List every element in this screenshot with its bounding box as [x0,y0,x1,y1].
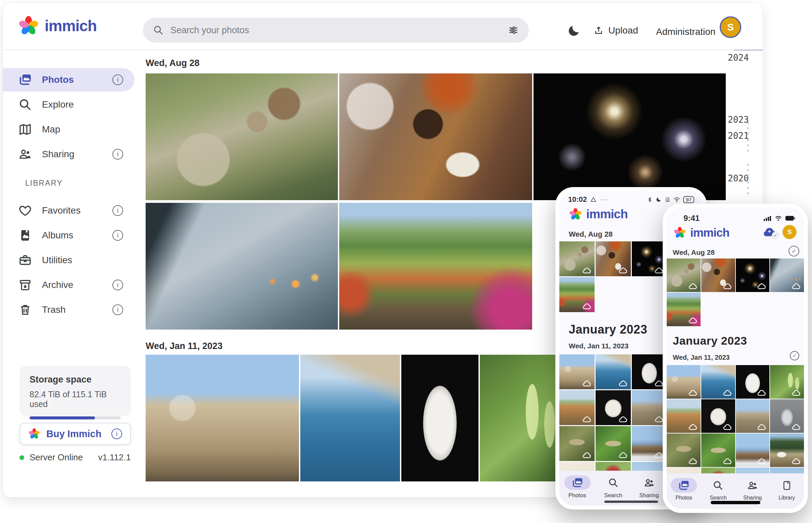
photo-monkeys[interactable] [559,241,594,276]
photo-dinner[interactable] [701,258,735,292]
timeline-year[interactable]: 2024 [728,53,749,63]
photo-castle[interactable] [145,355,299,482]
cloud-backup-icon [757,458,766,464]
immich-flower-icon [673,226,686,239]
photo-lizard2[interactable] [701,433,735,467]
server-version: v1.112.1 [98,452,131,463]
photo-autumn[interactable] [559,277,594,312]
timeline-year[interactable]: 2020 [728,173,749,183]
cloud-backup-icon [723,424,732,430]
user-avatar[interactable]: S [782,225,797,239]
status-time: 10:02 [568,195,587,204]
photo-castle[interactable] [559,354,594,389]
backup-cloud-icon[interactable]: ✓ [762,226,777,238]
sidebar-item-photos[interactable]: Photos i [3,68,135,92]
photo-berries[interactable] [770,365,804,399]
immich-flower-icon [569,208,582,221]
photo-beach[interactable] [559,390,594,425]
battery-icon [785,216,795,221]
nav-tab-label: Photos [568,492,586,499]
photo-sculpture[interactable] [701,399,735,433]
photo-coastal[interactable] [595,354,631,389]
sidebar-item-favorites[interactable]: Favorites i [3,199,135,222]
photo-fireworks[interactable] [534,73,726,200]
sharing-people-icon [644,477,655,488]
administration-link[interactable]: Administration [656,26,715,37]
photo-church[interactable] [736,433,770,467]
photo-castle[interactable] [667,365,701,399]
info-icon[interactable]: i [113,149,123,160]
info-icon[interactable]: i [111,429,122,439]
timeline-year[interactable]: 2023 [728,115,749,125]
nav-tab-library[interactable]: Library [770,473,804,509]
nav-tab-photos[interactable]: Photos [667,473,701,509]
photo-bust[interactable] [632,354,667,389]
photo-row [145,203,532,329]
info-icon[interactable]: i [113,205,123,216]
info-icon[interactable]: i [113,304,123,315]
photo-sculpture-bust[interactable] [401,355,479,482]
cellular-signal-icon [764,216,772,221]
map-icon [18,123,32,136]
sidebar-item-utilities[interactable]: Utilities [3,249,135,272]
photo-beach[interactable] [667,399,701,433]
photo-autumn-path[interactable] [339,203,532,329]
photo-ruins[interactable] [632,390,667,425]
select-all-check-icon[interactable]: ✓ [789,246,799,256]
photo-green-berries[interactable] [480,355,567,482]
photo-lizard1[interactable] [667,433,701,467]
sidebar-item-albums[interactable]: Albums i [3,223,135,247]
timeline-year[interactable]: 2021 [728,131,749,141]
timeline-tick-marks [747,164,749,179]
photo-bust[interactable] [736,365,770,399]
home-indicator[interactable] [604,501,658,503]
immich-logo[interactable]: immich [18,15,97,37]
photo-hands[interactable] [145,203,338,329]
sidebar-item-label: Map [42,124,60,135]
photo-fireworks[interactable] [632,241,667,276]
nav-tab-photos[interactable]: Photos [559,471,595,506]
cloud-backup-icon [792,424,801,430]
dark-mode-toggle[interactable] [565,22,583,39]
cloud-backup-icon [618,452,628,458]
photo-dinner[interactable] [339,73,532,200]
photo-autumn[interactable] [667,293,701,326]
nav-tab-label: Library [778,495,795,501]
photo-church[interactable] [632,426,667,461]
immich-flower-icon [18,15,39,37]
photo-alpine[interactable] [770,433,804,467]
photo-monkeys[interactable] [667,258,701,292]
photo-coastal[interactable] [701,365,735,399]
info-icon[interactable]: i [113,74,123,85]
sidebar-item-map[interactable]: Map [3,118,135,141]
photo-dinner[interactable] [595,241,631,276]
search-input[interactable] [170,25,501,36]
photo-sculpture[interactable] [595,390,631,425]
search-filters-icon[interactable] [508,25,519,36]
photo-lizard1[interactable] [559,426,594,461]
sidebar-item-explore[interactable]: Explore [3,93,135,116]
sim-missing-icon [665,196,670,203]
select-all-check-icon[interactable]: ✓ [790,351,799,360]
photo-monkeys[interactable] [145,73,338,200]
sidebar-item-archive[interactable]: Archive i [3,273,135,297]
sidebar-item-trash[interactable]: Trash i [3,298,135,322]
phone-status-bar: 9:41 [684,214,795,223]
sidebar-item-label: Utilities [42,255,72,266]
info-icon[interactable]: i [113,230,123,241]
photo-coastal[interactable] [300,355,400,482]
photo-hands[interactable] [770,258,804,292]
info-icon[interactable]: i [113,279,123,290]
sidebar-item-sharing[interactable]: Sharing i [3,143,135,166]
user-avatar[interactable]: S [720,16,741,38]
timeline-tick-marks [747,139,749,154]
buy-immich-button[interactable]: Buy Immich i [19,423,131,445]
upload-button[interactable]: Upload [593,25,638,36]
home-indicator[interactable] [711,501,760,504]
photo-fireworks[interactable] [736,258,770,292]
server-online-dot [19,455,24,460]
search-bar[interactable] [143,18,529,42]
photo-silver[interactable] [770,399,804,433]
photo-lizard2[interactable] [595,426,631,461]
photo-ruins[interactable] [736,399,770,433]
